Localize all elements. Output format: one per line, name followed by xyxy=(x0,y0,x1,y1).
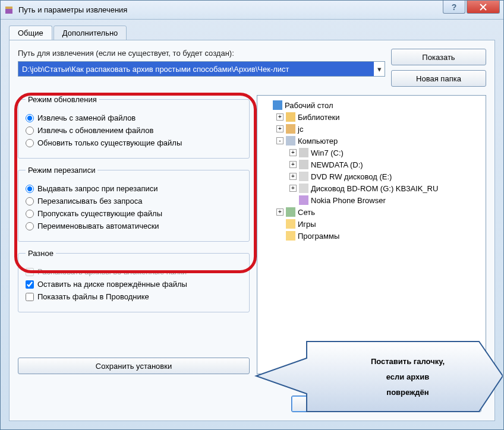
annotation-callout: Поставить галочку, если архив повреждён xyxy=(253,334,503,420)
tree-expander-icon[interactable]: - xyxy=(276,137,284,144)
tab-general[interactable]: Общие xyxy=(9,26,52,40)
radio-ask-overwrite[interactable]: Выдавать запрос при перезаписи xyxy=(26,184,242,193)
path-combo[interactable]: ▾ xyxy=(18,61,385,77)
tree-node[interactable]: +DVD RW дисковод (E:) xyxy=(260,170,483,182)
tree-item-label: Библиотеки xyxy=(298,113,339,122)
titlebar: Путь и параметры извлечения ? xyxy=(1,1,503,20)
client-area: Общие Дополнительно Путь для извлечения … xyxy=(1,20,503,429)
legend-update-mode: Режим обновления xyxy=(26,95,99,104)
path-input[interactable] xyxy=(18,62,374,76)
radio-update-files[interactable]: Извлечь с обновлением файлов xyxy=(26,126,242,135)
tree-node[interactable]: +NEWDATA (D:) xyxy=(260,159,483,170)
tree-expander-icon[interactable]: + xyxy=(289,161,297,168)
tree-node[interactable]: -Компьютер xyxy=(260,135,483,147)
tree-item-icon xyxy=(299,184,308,193)
tree-expander-icon[interactable]: + xyxy=(289,185,297,192)
tree-item-label: Игры xyxy=(298,220,316,229)
tree-item-label: Компьютер xyxy=(298,137,338,146)
tree-item-label: NEWDATA (D:) xyxy=(311,160,363,169)
tree-node[interactable]: Nokia Phone Browser xyxy=(260,194,483,206)
show-button[interactable]: Показать xyxy=(391,49,486,65)
svg-rect-1 xyxy=(5,7,12,9)
tree-item-icon xyxy=(299,172,308,181)
tree-expander-icon[interactable]: + xyxy=(289,173,297,180)
callout-line3: повреждён xyxy=(386,388,429,397)
folder-tree[interactable]: Рабочий стол+Библиотеки+jc-Компьютер+Win… xyxy=(257,95,486,374)
tree-item-icon xyxy=(286,112,295,122)
tree-item-icon xyxy=(273,100,282,110)
tree-node[interactable]: Рабочий стол xyxy=(260,99,483,111)
tree-item-icon xyxy=(286,219,295,229)
chevron-down-icon[interactable]: ▾ xyxy=(374,65,385,74)
tree-node[interactable]: +Сеть xyxy=(260,206,483,218)
tab-bar: Общие Дополнительно xyxy=(9,26,495,40)
tree-item-label: Дисковод BD-ROM (G:) KB3AIK_RU xyxy=(311,184,438,193)
save-settings-button[interactable]: Сохранить установки xyxy=(18,358,250,374)
tree-item-icon xyxy=(286,136,295,146)
help-button[interactable]: ? xyxy=(443,1,465,14)
tree-item-icon xyxy=(286,124,295,134)
legend-misc: Разное xyxy=(26,249,56,258)
callout-line2: если архив xyxy=(386,372,429,381)
radio-rename-auto[interactable]: Переименовывать автоматически xyxy=(26,222,242,230)
tree-item-icon xyxy=(299,195,308,205)
extraction-dialog: Путь и параметры извлечения ? Общие Допо… xyxy=(0,0,504,430)
app-icon xyxy=(4,5,14,15)
tree-item-icon xyxy=(299,148,308,157)
path-label: Путь для извлечения (если не существует,… xyxy=(18,49,385,58)
legend-overwrite-mode: Режим перезаписи xyxy=(26,166,97,175)
window-title: Путь и параметры извлечения xyxy=(18,5,443,14)
group-update-mode: Режим обновления Извлечь с заменой файло… xyxy=(18,95,250,159)
tree-node[interactable]: +Библиотеки xyxy=(260,111,483,123)
tree-expander-icon[interactable]: + xyxy=(289,149,297,156)
panel-general: Путь для извлечения (если не существует,… xyxy=(9,40,495,421)
tree-item-icon xyxy=(299,160,308,169)
check-keep-broken[interactable]: Оставить на диске повреждённые файлы xyxy=(26,280,242,289)
tree-node[interactable]: +Win7 (C:) xyxy=(260,147,483,159)
tree-node[interactable]: Программы xyxy=(260,230,483,242)
callout-line1: Поставить галочку, xyxy=(371,357,445,366)
group-misc: Разное Распаковать архивы во вложенные п… xyxy=(18,249,250,312)
tree-item-icon xyxy=(286,231,295,241)
tree-item-label: Nokia Phone Browser xyxy=(311,196,386,205)
check-subfolders: Распаковать архивы во вложенные папки xyxy=(26,267,242,276)
tree-item-label: Программы xyxy=(298,232,339,241)
tree-expander-icon[interactable]: + xyxy=(276,208,284,216)
new-folder-button[interactable]: Новая папка xyxy=(391,70,486,87)
tree-expander-icon[interactable]: + xyxy=(276,125,284,132)
tree-item-label: Рабочий стол xyxy=(285,101,333,110)
check-show-explorer[interactable]: Показать файлы в Проводнике xyxy=(26,292,242,301)
tree-item-label: jc xyxy=(298,125,303,134)
group-overwrite-mode: Режим перезаписи Выдавать запрос при пер… xyxy=(18,166,250,242)
radio-skip-existing[interactable]: Пропускать существующие файлы xyxy=(26,209,242,218)
close-button[interactable] xyxy=(467,1,500,14)
tree-node[interactable]: Игры xyxy=(260,218,483,230)
tab-advanced[interactable]: Дополнительно xyxy=(53,26,127,40)
tree-item-icon xyxy=(286,207,295,217)
radio-overwrite-no-ask[interactable]: Перезаписывать без запроса xyxy=(26,197,242,205)
tree-node[interactable]: +Дисковод BD-ROM (G:) KB3AIK_RU xyxy=(260,182,483,194)
radio-existing-only[interactable]: Обновить только существующие файлы xyxy=(26,138,242,147)
tree-node[interactable]: +jc xyxy=(260,123,483,135)
tree-item-label: Win7 (C:) xyxy=(311,148,344,157)
tree-item-label: Сеть xyxy=(298,208,315,217)
tree-item-label: DVD RW дисковод (E:) xyxy=(311,172,392,181)
tree-expander-icon[interactable]: + xyxy=(276,113,284,121)
radio-replace-files[interactable]: Извлечь с заменой файлов xyxy=(26,113,242,122)
